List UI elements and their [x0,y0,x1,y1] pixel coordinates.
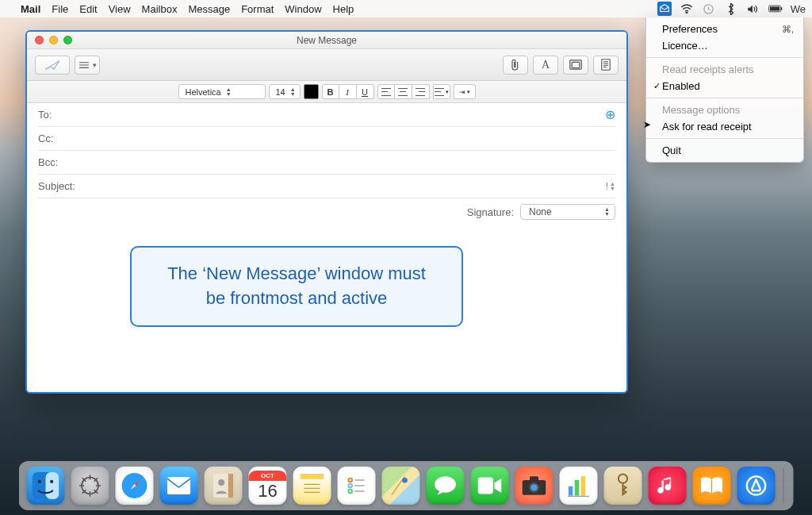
menu-help[interactable]: Help [333,3,354,15]
window-titlebar[interactable]: New Message [27,32,626,49]
dock-numbers[interactable] [560,467,598,505]
menu-header-receipts: Read receipts alerts [646,61,803,78]
menu-header-message-options: Message options [646,102,803,118]
svg-rect-19 [301,474,324,479]
dock-separator [783,468,784,503]
bcc-label: Bcc: [38,156,70,168]
message-body[interactable]: The ‘New Message’ window must be frontmo… [27,225,626,392]
dock-reminders[interactable] [338,467,376,505]
menu-item-ask-receipt[interactable]: Ask for read receipt [646,118,803,135]
dock-safari[interactable] [116,467,154,505]
minimize-button[interactable] [49,36,58,44]
menubar-status-area: We [657,2,806,16]
window-title: New Message [27,35,626,46]
menu-edit[interactable]: Edit [79,3,97,15]
send-button[interactable] [35,56,70,75]
priority-select[interactable]: ! ▲▼ [606,181,615,192]
close-button[interactable] [35,36,44,44]
menu-item-preferences[interactable]: Preferences⌘, [646,21,803,37]
dock-finder[interactable] [27,467,65,505]
menu-file[interactable]: File [52,3,68,15]
format-bar: Helvetica▲▼ 14▲▼ B I U ▾ ⇥▾ [27,81,626,103]
list-style-button[interactable]: ▾ [433,84,450,99]
zoom-button[interactable] [63,36,72,44]
indent-button[interactable]: ⇥▾ [454,84,476,99]
dock: OCT 16 [19,461,794,510]
cursor-icon: ➤ [643,119,651,130]
signature-row: Signature: None ▲▼ [38,198,615,225]
svg-point-29 [531,484,538,490]
battery-icon[interactable] [768,2,783,16]
bluetooth-icon[interactable] [724,2,738,16]
header-fields-dropdown[interactable] [75,56,100,75]
app-menu[interactable]: Mail [21,3,40,15]
dock-keychain[interactable] [604,467,642,505]
menu-item-licence[interactable]: Licence… [646,37,803,54]
svg-rect-31 [575,480,580,496]
svg-rect-32 [581,476,586,495]
dock-photobooth[interactable] [515,467,553,505]
menu-window[interactable]: Window [285,3,321,15]
align-right-button[interactable] [412,84,430,99]
svg-point-23 [402,478,408,483]
svg-point-21 [348,484,352,488]
bcc-field-row[interactable]: Bcc: [38,151,615,175]
svg-point-11 [50,480,53,483]
menu-format[interactable]: Format [241,3,274,15]
svg-rect-30 [569,486,573,496]
dock-launchpad[interactable] [71,467,109,505]
dock-ibooks[interactable] [693,467,731,505]
menu-separator [646,57,803,58]
add-recipient-button[interactable]: ⊕ [605,107,615,122]
align-left-button[interactable] [377,84,395,99]
stationery-button[interactable] [593,56,619,75]
bold-button[interactable]: B [322,84,339,99]
svg-rect-25 [478,478,494,494]
readreceipts-status-menu: Preferences⌘, Licence… Read receipts ale… [645,17,804,163]
text-color-swatch[interactable] [304,84,319,99]
menu-item-enabled[interactable]: ✓Enabled [646,78,803,94]
format-toggle-button[interactable]: A [533,56,558,75]
dock-messages[interactable] [427,467,465,505]
dock-notes[interactable] [293,467,331,505]
svg-rect-9 [46,472,59,499]
menu-separator [646,138,803,139]
svg-point-24 [435,476,456,493]
volume-icon[interactable] [746,2,760,16]
menubar-clock[interactable]: We [791,3,806,15]
font-family-select[interactable]: Helvetica▲▼ [178,84,266,99]
readreceipts-status-icon[interactable] [657,2,672,16]
dock-mail[interactable] [160,467,198,505]
dock-itunes[interactable] [649,467,687,505]
font-size-select[interactable]: 14▲▼ [269,84,301,99]
menu-message[interactable]: Message [188,3,230,15]
wifi-icon[interactable] [680,2,694,16]
timemachine-icon[interactable] [702,2,716,16]
underline-button[interactable]: U [357,84,374,99]
svg-point-33 [619,475,627,483]
dock-facetime[interactable] [471,467,509,505]
subject-label: Subject: [38,180,82,192]
dock-maps[interactable] [382,467,420,505]
svg-point-22 [348,490,352,494]
menu-mailbox[interactable]: Mailbox [142,3,178,15]
compose-window: New Message A Helvetica▲▼ 14▲▼ B I [25,30,628,394]
svg-point-20 [348,478,352,482]
signature-label: Signature: [467,206,514,218]
dock-calendar[interactable]: OCT 16 [249,467,287,505]
cc-label: Cc: [38,133,70,144]
to-field-row[interactable]: To: ⊕ [38,103,615,127]
attach-button[interactable] [503,56,528,75]
dock-appstore[interactable] [737,467,776,505]
subject-field-row[interactable]: Subject: ! ▲▼ [38,175,615,198]
menu-item-quit[interactable]: Quit [646,142,803,159]
instruction-callout: The ‘New Message’ window must be frontmo… [130,246,463,327]
align-center-button[interactable] [395,84,412,99]
cc-field-row[interactable]: Cc: [38,127,615,151]
signature-select[interactable]: None ▲▼ [520,204,615,220]
menu-view[interactable]: View [109,3,131,15]
photo-browser-button[interactable] [563,56,588,75]
svg-point-10 [38,480,41,483]
dock-contacts[interactable] [205,467,243,505]
italic-button[interactable]: I [339,84,357,99]
